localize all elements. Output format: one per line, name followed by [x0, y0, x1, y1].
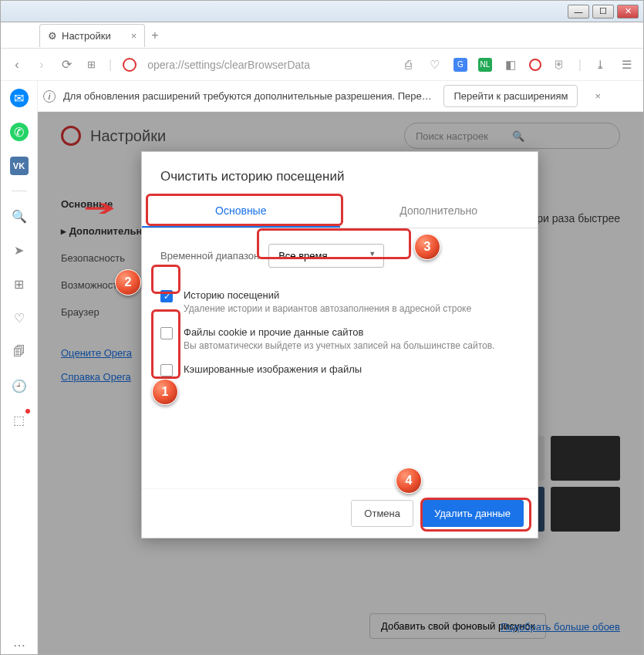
download-icon[interactable]: ⤓ — [592, 58, 608, 72]
tab-settings[interactable]: ⚙ Настройки × — [39, 24, 145, 47]
opera-ext-icon[interactable] — [529, 59, 541, 71]
messenger-icon[interactable]: ✉ — [10, 89, 29, 107]
annotation-marker-1: 1 — [152, 379, 178, 405]
time-range-label: Временной диапазон — [160, 250, 259, 262]
messenger-sidebar: ✉ ✆ VK 🔍 ➤ ⊞ ♡ 🗐 🕘 ⬚ ⋯ — [1, 81, 38, 654]
address-bar: ‹ › ⟳ ⊞ | opera://settings/clearBrowserD… — [1, 49, 643, 81]
clear-data-button[interactable]: Удалить данные — [421, 500, 524, 527]
notification-bar: i Для обновления расширений требуются до… — [1, 81, 643, 112]
window-maximize-button[interactable]: ☐ — [592, 5, 614, 19]
sidebar-more-icon[interactable]: ⋯ — [10, 636, 29, 654]
cancel-button[interactable]: Отмена — [351, 500, 413, 527]
reload-button[interactable]: ⟳ — [59, 57, 73, 72]
tab-advanced[interactable]: Дополнительно — [340, 195, 538, 228]
extension-nl-icon[interactable]: NL — [478, 58, 492, 72]
speed-dial-button[interactable]: ⊞ — [84, 59, 98, 70]
speed-dial-icon[interactable]: ⊞ — [10, 275, 29, 293]
history-icon[interactable]: 🕘 — [10, 376, 29, 395]
window-minimize-button[interactable]: — — [568, 5, 589, 19]
cookies-label: Файлы cookie и прочие данные сайтов — [184, 326, 494, 338]
whatsapp-icon[interactable]: ✆ — [10, 123, 29, 141]
url-field[interactable]: opera://settings/clearBrowserData — [147, 59, 310, 71]
info-icon: i — [43, 90, 56, 103]
translate-extension-icon[interactable]: G — [453, 58, 467, 72]
heart-icon[interactable]: ♡ — [427, 58, 443, 72]
send-icon[interactable]: ➤ — [10, 241, 29, 259]
time-range-value: Все время — [278, 250, 327, 262]
checkbox-browsing-history[interactable]: ✓ — [160, 290, 173, 302]
annotation-marker-2: 2 — [115, 269, 141, 295]
checkbox-cache[interactable] — [160, 364, 173, 376]
annotation-marker-3: 3 — [414, 234, 440, 260]
extension-icon[interactable]: ◧ — [503, 58, 518, 72]
annotation-arrow: ➔ — [83, 195, 115, 221]
window-titlebar: — ☐ ✕ — [1, 1, 643, 22]
dialog-title: Очистить историю посещений — [142, 152, 538, 195]
cookies-sublabel: Вы автоматически выйдете из учетных запи… — [184, 340, 494, 351]
search-icon[interactable]: 🔍 — [10, 207, 29, 225]
snapshot-icon[interactable]: ⎙ — [401, 58, 416, 71]
go-to-extensions-button[interactable]: Перейти к расширениям — [443, 85, 578, 107]
bookmarks-icon[interactable]: ♡ — [10, 309, 29, 327]
time-range-select[interactable]: Все время — [268, 244, 384, 268]
clear-browsing-data-dialog: Очистить историю посещений Основные Допо… — [141, 151, 538, 539]
window-close-button[interactable]: ✕ — [617, 5, 639, 19]
gear-icon: ⚙ — [48, 30, 57, 42]
easy-setup-icon[interactable]: ☰ — [619, 58, 634, 72]
vk-icon[interactable]: VK — [10, 157, 29, 175]
checkbox-cookies[interactable] — [160, 327, 173, 339]
browser-tabbar: ⚙ Настройки × + — [1, 22, 643, 49]
opera-icon — [123, 58, 137, 72]
tab-basic[interactable]: Основные — [142, 195, 340, 228]
history-label: Историю посещений — [184, 289, 471, 301]
back-button[interactable]: ‹ — [10, 58, 24, 72]
tab-title: Настройки — [62, 30, 111, 42]
cache-label: Кэшированные изображения и файлы — [184, 363, 362, 375]
notification-close-button[interactable]: × — [595, 90, 601, 102]
extensions-cube-icon[interactable]: ⬚ — [10, 410, 29, 429]
new-tab-button[interactable]: + — [151, 29, 158, 42]
history-sublabel: Удаление истории и вариантов автозаполне… — [184, 303, 471, 314]
forward-button[interactable]: › — [35, 58, 49, 72]
tab-close-button[interactable]: × — [131, 30, 137, 42]
news-icon[interactable]: 🗐 — [10, 343, 29, 361]
notification-text: Для обновления расширений требуются допо… — [63, 90, 436, 102]
annotation-marker-4: 4 — [396, 468, 422, 494]
shield-icon[interactable]: ⛨ — [552, 58, 568, 71]
